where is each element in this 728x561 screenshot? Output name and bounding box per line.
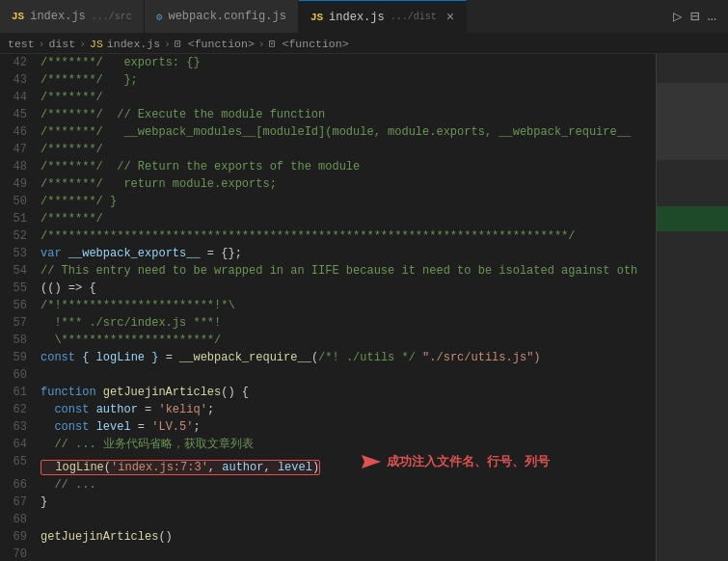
code-line: 70 [0,546,656,561]
line-content: } [37,494,656,511]
line-content [37,546,656,561]
line-content [37,366,656,384]
breadcrumb-dist[interactable]: dist [49,38,76,50]
arrow-icon [328,453,381,470]
code-line: 54// This entry need to be wrapped in an… [0,262,656,280]
line-number: 51 [0,210,37,227]
breadcrumb-func2[interactable]: ⊡ <function> [269,37,349,50]
line-content: getJuejinArticles() [37,528,656,546]
line-content: /*******/ return module.exports; [37,175,656,193]
line-number: 70 [0,546,37,561]
line-number: 48 [0,158,37,175]
breadcrumb-sep: › [164,38,171,50]
line-number: 61 [0,384,37,401]
code-line: 66 // ... [0,476,656,494]
line-number: 58 [0,332,37,349]
more-icon[interactable]: … [707,8,716,25]
code-line: 60 [0,366,656,384]
line-number: 53 [0,245,37,262]
tab-close-button[interactable]: × [446,10,454,25]
tab-label: webpack.config.js [168,10,285,23]
line-content: var __webpack_exports__ = {}; [37,245,656,262]
code-line: 53var __webpack_exports__ = {}; [0,245,656,262]
line-content: /*******/ }; [37,71,656,89]
line-content: /*******/ // Return the exports of the m… [37,158,656,175]
code-line: 61function getJuejinArticles() { [0,384,656,401]
svg-marker-0 [328,455,381,468]
breadcrumb-file[interactable]: index.js [107,38,160,50]
line-number: 47 [0,141,37,158]
line-number: 67 [0,494,37,511]
code-line: 46/*******/ __webpack_modules__[moduleId… [0,123,656,141]
tab-index-src[interactable]: JS index.js .../src [0,0,145,33]
line-content: \**********************/ [37,332,656,349]
line-number: 69 [0,528,37,546]
tab-label: index.js [329,11,385,24]
line-number: 56 [0,297,37,314]
line-number: 63 [0,418,37,436]
line-number: 46 [0,123,37,141]
line-number: 62 [0,401,37,418]
line-number: 57 [0,314,37,332]
js-icon: JS [12,11,24,22]
tab-webpack-config[interactable]: ⚙ webpack.config.js [145,0,299,33]
line-number: 64 [0,436,37,453]
line-content: logLine('index.js:7:3', author, level)成功… [37,453,656,476]
line-number: 59 [0,349,37,366]
code-line: 43/*******/ }; [0,71,656,89]
line-content: const author = 'keliq'; [37,401,656,418]
annotation-label: 成功注入文件名、行号、列号 [387,453,550,470]
code-line: 59const { logLine } = __webpack_require_… [0,349,656,366]
line-content: const level = 'LV.5'; [37,418,656,436]
line-content: // ... 业务代码省略，获取文章列表 [37,436,656,453]
code-line: 42/*******/ exports: {} [0,54,656,71]
breadcrumb-sep: › [79,38,86,50]
code-line: 48/*******/ // Return the exports of the… [0,158,656,175]
code-line: 55(() => { [0,280,656,297]
code-line: 49/*******/ return module.exports; [0,175,656,193]
line-content: /*!**********************!*\ [37,297,656,314]
tab-label: index.js [30,10,86,23]
line-number: 54 [0,262,37,280]
line-number: 66 [0,476,37,494]
breadcrumb-sep: › [258,38,265,50]
code-line: 56/*!**********************!*\ [0,297,656,314]
line-content: /*******/ __webpack_modules__[moduleId](… [37,123,656,141]
tab-sublabel: .../src [92,12,132,22]
code-line: 62 const author = 'keliq'; [0,401,656,418]
code-line: 57 !*** ./src/index.js ***! [0,314,656,332]
code-line: 44/*******/ [0,89,656,106]
code-line: 65 logLine('index.js:7:3', author, level… [0,453,656,476]
tab-index-dist[interactable]: JS index.js .../dist × [299,0,467,33]
tab-sublabel: .../dist [391,12,437,22]
run-icon[interactable]: ▷ [673,7,683,26]
line-content [37,511,656,528]
code-line: 64 // ... 业务代码省略，获取文章列表 [0,436,656,453]
line-content: /*******/ exports: {} [37,54,656,71]
line-number: 49 [0,175,37,193]
code-line: 67} [0,494,656,511]
code-line: 47/*******/ [0,141,656,158]
code-line: 63 const level = 'LV.5'; [0,418,656,436]
code-line: 50/*******/ } [0,193,656,210]
line-content: /***************************************… [37,227,656,245]
split-icon[interactable]: ⊟ [690,7,700,26]
line-content: /*******/ // Execute the module function [37,106,656,123]
breadcrumb-js-icon: JS [90,38,103,50]
breadcrumb-sep: › [39,38,45,50]
code-editor[interactable]: 42/*******/ exports: {}43/*******/ };44/… [0,54,656,561]
tab-bar: JS index.js .../src ⚙ webpack.config.js … [0,0,728,34]
breadcrumb-test[interactable]: test [8,38,35,50]
breadcrumb-func1[interactable]: ⊡ <function> [175,37,255,50]
line-number: 44 [0,89,37,106]
line-content: // This entry need to be wrapped in an I… [37,262,656,280]
line-number: 50 [0,193,37,210]
line-number: 68 [0,511,37,528]
line-number: 65 [0,453,37,476]
code-line: 68 [0,511,656,528]
code-line: 69getJuejinArticles() [0,528,656,546]
minimap [656,54,728,561]
line-content: /*******/ [37,141,656,158]
line-content: const { logLine } = __webpack_require__(… [37,349,656,366]
line-number: 52 [0,227,37,245]
